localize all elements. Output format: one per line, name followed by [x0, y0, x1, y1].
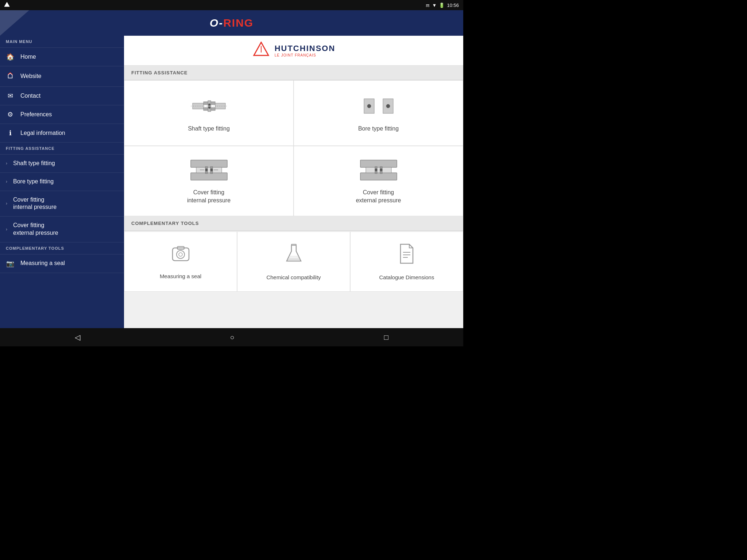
website-icon [6, 71, 15, 81]
bottom-nav: ◁ ○ □ [0, 328, 463, 346]
sidebar-item-measuring[interactable]: 📷 Measuring a seal [0, 254, 124, 273]
svg-point-32 [375, 168, 377, 171]
title-dash: - [219, 17, 223, 29]
hutchinson-icon [252, 42, 270, 59]
svg-point-36 [177, 250, 185, 258]
recent-button[interactable]: □ [377, 330, 396, 345]
svg-marker-1 [0, 10, 29, 36]
svg-point-24 [210, 168, 213, 171]
sidebar-item-legal[interactable]: ℹ Legal information [0, 124, 124, 143]
chevron-icon: › [6, 179, 7, 184]
sidebar-preferences-label: Preferences [20, 111, 118, 118]
sidebar-item-website[interactable]: Website [0, 66, 124, 87]
svg-rect-19 [191, 173, 227, 180]
cover-internal-image [189, 157, 229, 183]
chevron-icon: › [6, 227, 7, 232]
sidebar-bore-label: Bore type fitting [13, 178, 118, 186]
card-shaft[interactable]: Shaft type fitting [124, 80, 294, 146]
shaft-image [191, 93, 227, 119]
app-header: O-RING [0, 10, 463, 36]
sidebar-measuring-label: Measuring a seal [20, 260, 118, 267]
title-ring: RING [223, 17, 253, 29]
hutchinson-tagline: LE JOINT FRANÇAIS [275, 53, 336, 57]
svg-rect-27 [360, 160, 397, 167]
complementary-tools-header: COMPLEMENTARY TOOLS [0, 242, 124, 254]
bore-image [360, 93, 397, 119]
battery-icon: 🔋 [439, 3, 445, 8]
tool-card-measuring[interactable]: Measuring a seal [124, 232, 237, 292]
hutchinson-logo: HUTCHINSON LE JOINT FRANÇAIS [252, 42, 336, 59]
complementary-tools-section-title: COMPLEMENTARY TOOLS [124, 216, 463, 231]
sidebar-cover-internal-label: Cover fittinginternal pressure [13, 196, 118, 211]
sidebar-item-cover-internal[interactable]: › Cover fittinginternal pressure [0, 191, 124, 217]
hutchinson-name: HUTCHINSON [275, 44, 336, 53]
cover-external-card-label: Cover fittingexternal pressure [356, 188, 401, 205]
app-icon [4, 1, 10, 9]
svg-point-15 [367, 104, 371, 108]
svg-rect-18 [191, 160, 227, 167]
corner-decoration [0, 10, 36, 36]
info-icon: ℹ [6, 129, 15, 137]
svg-rect-9 [211, 108, 215, 110]
svg-rect-28 [360, 173, 397, 180]
svg-rect-6 [204, 108, 208, 110]
fitting-cards-grid: Shaft type fitting Bore type fitting [124, 80, 463, 216]
sidebar-legal-label: Legal information [20, 129, 118, 137]
card-cover-internal[interactable]: Cover fittinginternal pressure [124, 146, 294, 216]
main-content: HUTCHINSON LE JOINT FRANÇAIS FITTING ASS… [124, 36, 463, 328]
camera-icon: 📷 [6, 260, 15, 268]
fitting-assistance-header: FITTING ASSISTANCE [0, 143, 124, 155]
home-icon: 🏠 [6, 53, 15, 61]
sidebar-cover-external-label: Cover fittingexternal pressure [13, 222, 118, 237]
logo-area: HUTCHINSON LE JOINT FRANÇAIS [124, 36, 463, 66]
bore-card-label: Bore type fitting [358, 125, 399, 133]
chemical-tool-label: Chemical compatibility [266, 274, 321, 280]
card-bore[interactable]: Bore type fitting [294, 80, 463, 146]
tool-card-chemical[interactable]: Chemical compatibility [237, 232, 350, 292]
main-layout: MAIN MENU 🏠 Home Website ✉ Contact ⚙ Pre… [0, 36, 463, 328]
time-display: 10:56 [447, 3, 459, 8]
svg-point-17 [386, 104, 390, 108]
email-icon: ✉ [6, 92, 15, 100]
shaft-card-label: Shaft type fitting [188, 125, 230, 133]
logo-text: HUTCHINSON LE JOINT FRANÇAIS [275, 44, 336, 57]
sidebar: MAIN MENU 🏠 Home Website ✉ Contact ⚙ Pre… [0, 36, 124, 328]
sidebar-item-shaft[interactable]: › Shaft type fitting [0, 155, 124, 173]
svg-point-12 [208, 104, 210, 106]
status-icons: ⯹ ▼ 🔋 10:56 [425, 3, 459, 8]
tools-grid: Measuring a seal Chemical compatibility [124, 232, 463, 292]
sidebar-contact-label: Contact [20, 92, 118, 100]
sidebar-home-label: Home [20, 53, 118, 61]
app-title: O-RING [210, 17, 253, 29]
title-o: O [210, 17, 219, 29]
gear-icon: ⚙ [6, 110, 15, 118]
svg-point-23 [205, 168, 208, 171]
tool-card-catalogue[interactable]: Catalogue Dimensions [350, 232, 463, 292]
catalogue-tool-label: Catalogue Dimensions [379, 274, 434, 280]
cover-internal-card-label: Cover fittinginternal pressure [187, 188, 231, 205]
card-cover-external[interactable]: Cover fittingexternal pressure [294, 146, 463, 216]
svg-rect-5 [204, 102, 208, 105]
svg-point-37 [179, 253, 182, 256]
home-button[interactable]: ○ [222, 330, 241, 345]
sidebar-item-bore[interactable]: › Bore type fitting [0, 173, 124, 191]
status-bar: ⯹ ▼ 🔋 10:56 [0, 0, 463, 10]
flask-icon [284, 243, 304, 268]
measuring-icon [171, 244, 191, 267]
fitting-assistance-section-title: FITTING ASSISTANCE [124, 66, 463, 80]
wifi-icon: ▼ [432, 3, 437, 8]
measuring-tool-label: Measuring a seal [160, 273, 201, 279]
sidebar-item-home[interactable]: 🏠 Home [0, 48, 124, 66]
document-icon [398, 243, 416, 268]
svg-point-33 [380, 168, 382, 171]
sidebar-item-cover-external[interactable]: › Cover fittingexternal pressure [0, 217, 124, 242]
svg-rect-29 [366, 167, 391, 173]
main-menu-header: MAIN MENU [0, 36, 124, 48]
chevron-icon: › [6, 161, 7, 166]
back-button[interactable]: ◁ [67, 330, 88, 345]
chevron-icon: › [6, 201, 7, 206]
sidebar-item-preferences[interactable]: ⚙ Preferences [0, 105, 124, 124]
sidebar-item-contact[interactable]: ✉ Contact [0, 87, 124, 105]
svg-rect-8 [211, 102, 215, 105]
sidebar-shaft-label: Shaft type fitting [13, 160, 118, 167]
